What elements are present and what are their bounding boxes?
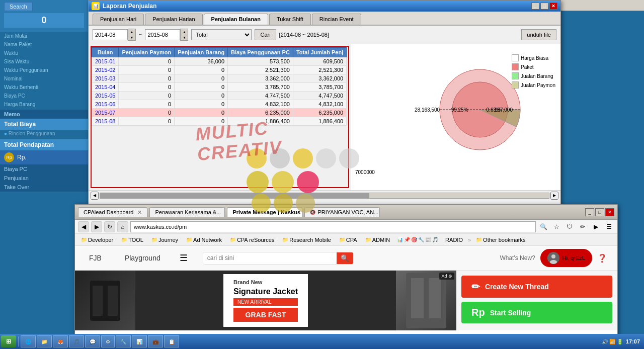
kaskus-search-btn[interactable]: 🔍 (337, 252, 353, 264)
zoom-icon[interactable]: 🔍 (538, 221, 549, 232)
table-cell: 0 (175, 109, 228, 117)
url-bar[interactable] (130, 221, 536, 232)
scroll-left-btn[interactable]: ◀ (91, 192, 99, 200)
user-badge[interactable]: Hi, qrEzL (540, 249, 592, 267)
browser-tab-priyangan[interactable]: 🔇 PRIYANGAN VOC, AN... ✕ (304, 207, 380, 217)
browser-minimize-btn[interactable]: _ (585, 208, 594, 216)
help-icon[interactable]: ❓ (597, 253, 607, 263)
taskbar-app-firefox[interactable]: 🦊 (53, 335, 68, 347)
table-row[interactable]: 2015-06004,832,1004,832,100 (92, 100, 347, 109)
bookmark-radio[interactable]: RADIO (442, 236, 466, 244)
table-row[interactable]: 2015-04003,785,7003,785,700 (92, 83, 347, 92)
sidebar-rincion[interactable]: ● Rincion Penggunaan (0, 130, 88, 137)
create-new-thread-button[interactable]: ✏ Create New Thread (461, 276, 612, 298)
tab-penjualan-bulanan[interactable]: Penjualan Bulanan (204, 14, 268, 25)
table-cell: 0 (119, 66, 175, 74)
tab-tukar-shift[interactable]: Tukar Shift (269, 14, 311, 25)
col-penjualan-barang: Penjualan Barang (175, 48, 228, 57)
tab-penjualan-harian[interactable]: Penjualan Harian (145, 14, 202, 25)
date-to-wrapper: ▲ ▼ (145, 29, 188, 41)
browser-tab-cpale-close[interactable]: ✕ (137, 209, 142, 216)
taskbar-app-misc2[interactable]: 📊 (132, 335, 147, 347)
table-row[interactable]: 2015-02002,521,3002,521,300 (92, 66, 347, 74)
search-btn[interactable]: Cari (255, 29, 276, 40)
menu-icon[interactable]: ☰ (603, 221, 614, 232)
tab-rincian-event[interactable]: Rincian Event (312, 14, 361, 25)
bookmarks-bar: 📁 Developer 📁 TOOL 📁 Journey 📁 Ad Networ… (75, 234, 617, 246)
taskbar-right: 🔊 📶 🔋 17:07 (599, 338, 643, 344)
taskbar-app-misc3[interactable]: 💼 (148, 335, 163, 347)
taskbar-app-misc1[interactable]: 🔧 (116, 335, 131, 347)
bookmark-other[interactable]: 📁 Other bookmarks (473, 236, 528, 244)
taskbar-app-chat[interactable]: 💬 (85, 335, 100, 347)
bookmark-admin-label: ADMIN (372, 237, 390, 243)
sidebar-penjualan-footer[interactable]: Penjualan (0, 173, 88, 183)
close-button[interactable]: ✕ (549, 3, 557, 10)
circle-gray2 (316, 148, 336, 168)
date-to-input[interactable] (145, 29, 180, 40)
table-row[interactable]: 2015-03003,362,0003,362,000 (92, 74, 347, 83)
whats-new-link[interactable]: What's New? (500, 254, 535, 261)
browser-tab-penawaran[interactable]: Penawaran Kerjasama &... ✕ (149, 207, 225, 217)
date-from-down[interactable]: ▼ (128, 35, 135, 40)
sidebar-take-over-footer[interactable]: Take Over (0, 183, 88, 192)
back-btn[interactable]: ◀ (78, 221, 89, 232)
legend-color-jualan-paymon (512, 81, 519, 89)
unduh-file-button[interactable]: unduh file (521, 29, 556, 40)
taskbar-app-ie[interactable]: 🌐 (21, 335, 36, 347)
date-from-up[interactable]: ▲ (128, 29, 135, 35)
bookmark-journey[interactable]: 📁 Journey (148, 236, 181, 244)
home-btn[interactable]: ⌂ (117, 221, 128, 232)
bookmark-cpa-resources[interactable]: 📁 CPA reSources (227, 236, 277, 244)
browser-maximize-btn[interactable]: □ (595, 208, 604, 216)
scroll-right-btn[interactable]: ▶ (550, 192, 558, 200)
taskbar-app-settings[interactable]: ⚙ (101, 335, 115, 347)
start-selling-button[interactable]: Rp Start Selling (461, 302, 612, 323)
legend-paket: Paket (512, 63, 555, 70)
table-row[interactable]: 2015-07006,235,0006,235,000 (92, 109, 347, 117)
browser-close-btn[interactable]: ✕ (605, 208, 614, 216)
scroll-track[interactable] (100, 193, 549, 199)
bookmark-ad-network[interactable]: 📁 Ad Network (183, 236, 225, 244)
search-button[interactable]: Search (4, 2, 33, 11)
kaskus-search-input[interactable] (203, 252, 337, 264)
bookmark-admin[interactable]: 📁 ADMIN (362, 236, 393, 244)
forward-btn[interactable]: ▶ (91, 221, 102, 232)
kaskus-fjb[interactable]: FJB (85, 252, 106, 264)
bookmark-star-icon[interactable]: ☆ (551, 221, 562, 232)
legend-color-paket (512, 63, 519, 70)
video-icon[interactable]: ▶ (590, 221, 601, 232)
kaskus-hamburger-icon[interactable]: ☰ (180, 252, 188, 264)
table-cell: 4,747,500 (228, 92, 293, 100)
browser-tab-cpale[interactable]: CPAlead Dashboard ✕ (78, 207, 147, 217)
taskbar-app-folder[interactable]: 📁 (37, 335, 52, 347)
minimize-button[interactable]: _ (531, 3, 539, 10)
ad-main-content: Brand New Signature Jacket NEW ARRIVAL G… (135, 271, 396, 330)
date-to-up[interactable]: ▲ (181, 29, 188, 35)
taskbar-app-excel[interactable]: 📋 (164, 335, 179, 347)
start-button[interactable]: ⊞ (1, 335, 16, 347)
bookmark-tool[interactable]: 📁 TOOL (118, 236, 146, 244)
table-cell: 2015-01 (92, 57, 119, 66)
sidebar-biaya-pc-footer[interactable]: Biaya PC (0, 164, 88, 173)
kaskus-search-box: 🔍 (203, 252, 354, 265)
date-to-down[interactable]: ▼ (181, 35, 188, 40)
ad-product: Signature Jacket (233, 287, 298, 296)
bookmark-cpa[interactable]: 📁 CPA (336, 236, 360, 244)
horizontal-scrollbar[interactable]: ◀ ▶ (89, 190, 560, 200)
date-from-input[interactable] (93, 29, 128, 40)
table-wrapper[interactable]: Bulan Penjualan Paymon Penjualan Barang … (92, 47, 348, 126)
edit-icon[interactable]: ✏ (577, 221, 588, 232)
refresh-btn[interactable]: ↻ (104, 221, 115, 232)
bookmark-research-mobile[interactable]: 📁 Research Mobile (279, 236, 334, 244)
grab-fast-button[interactable]: GRAB FAST (233, 308, 298, 322)
taskbar-app-media[interactable]: 🎵 (69, 335, 84, 347)
bookmark-developer[interactable]: 📁 Developer (78, 236, 116, 244)
table-row[interactable]: 2015-01036,000573,500609,500 (92, 57, 347, 66)
filter-select[interactable]: Total (191, 29, 252, 40)
table-row[interactable]: 2015-08001,886,4001,886,400 (92, 117, 347, 126)
tab-penjualan-hari[interactable]: Penjualan Hari (93, 14, 144, 25)
kaskus-playground[interactable]: Playground (121, 252, 165, 264)
maximize-button[interactable]: □ (540, 3, 548, 10)
table-row[interactable]: 2015-05004,747,5004,747,500 (92, 92, 347, 100)
